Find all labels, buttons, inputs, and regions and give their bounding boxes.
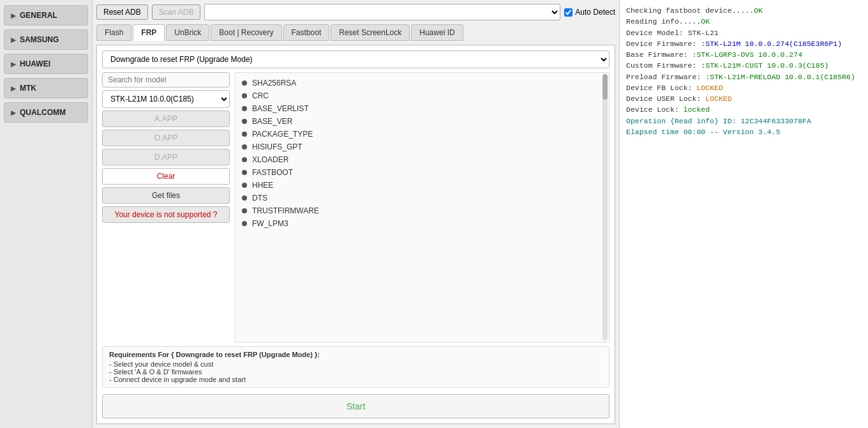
bullet-icon [242,157,247,162]
list-item: CRC [242,89,602,102]
get-files-button[interactable]: Get files [102,187,230,204]
mode-dropdown[interactable]: Downgrade to reset FRP (Upgrade Mode)Oth… [102,50,610,68]
checklist-list: SHA256RSACRCBASE_VERLISTBASE_VERPACKAGE_… [242,77,602,230]
log-text: Checking fastboot device..... [626,6,754,15]
left-panel: STK-L21M 10.0.0(C185) A.APP O.APP D.APP … [102,72,230,342]
tab-flash[interactable]: Flash [96,24,131,41]
list-item: BASE_VER [242,115,602,128]
scrollbar-track[interactable] [602,74,608,340]
tab-reset-screenlock[interactable]: Reset ScreenLock [331,24,410,41]
tab-unbrick[interactable]: UnBrick [166,24,209,41]
bullet-icon [242,221,247,226]
scrollbar-thumb [602,74,608,100]
log-text: OK [701,17,710,26]
log-entry: Device Firmware: :STK-L21M 10.0.0.274(C1… [626,38,862,49]
log-entry: Device USER Lock: LOCKED [626,93,862,104]
log-text: Base Firmware: : [626,50,696,59]
bullet-icon [242,208,247,213]
list-item: XLOADER [242,153,602,166]
requirements-text: Requirements For { Downgrade to reset FR… [109,351,602,383]
checklist-panel: SHA256RSACRCBASE_VERLISTBASE_VERPACKAGE_… [235,72,610,342]
bullet-icon [242,183,247,188]
log-text: STK-L21M-CUST 10.0.0.3(C185) [705,61,828,70]
d-app-button[interactable]: D.APP [102,149,230,165]
log-text: LOCKED [696,84,722,92]
requirements-title: Requirements For { Downgrade to reset FR… [109,351,602,358]
tab-bar: Flash FRP UnBrick Boot | Recovery Fastbo… [96,24,615,41]
log-entry: Device FB Lock: LOCKED [626,82,862,93]
bullet-icon [242,132,247,137]
list-item: HHEE [242,179,602,192]
log-text: Custom Firmware: : [626,61,705,70]
list-item: PACKAGE_TYPE [242,128,602,141]
not-supported-button[interactable]: Your device is not supported ? [102,206,230,223]
frp-grid: STK-L21M 10.0.0(C185) A.APP O.APP D.APP … [102,72,610,342]
bullet-icon [242,93,247,98]
log-text: Device Firmware: : [626,40,705,48]
start-button[interactable]: Start [102,394,610,418]
list-item: FASTBOOT [242,166,602,179]
sidebar-label-general: GENERAL [20,11,57,20]
sidebar-item-mtk[interactable]: ▶ MTK [4,78,88,98]
log-entry: Elapsed time 00:00 -- Version 3.4.5 [626,126,862,137]
requirements-line: - Select 'A & O & D' firmwares [109,368,602,376]
arrow-icon-huawei: ▶ [11,61,16,68]
sidebar-label-samsung: SAMSUNG [20,35,59,44]
log-text: Device USER Lock: [626,95,705,103]
sidebar-item-samsung[interactable]: ▶ SAMSUNG [4,29,88,50]
sidebar-item-general[interactable]: ▶ GENERAL [4,5,88,26]
scan-adb-button[interactable]: Scan ADB [152,4,201,20]
log-text: Device Model: [626,29,688,37]
bullet-icon [242,80,247,86]
log-text: STK-L21 [688,29,719,37]
log-text: Device FB Lock: [626,84,696,92]
arrow-icon-qualcomm: ▶ [11,109,16,116]
list-item: BASE_VERLIST [242,102,602,115]
log-entry: Device Lock: locked [626,104,862,115]
log-panel: Checking fastboot device.....OKReading i… [619,0,868,428]
log-entry: Base Firmware: :STK-LGRP3-OVS 10.0.0.274 [626,49,862,60]
bullet-icon [242,170,247,175]
tab-boot-recovery[interactable]: Boot | Recovery [211,24,281,41]
arrow-icon-mtk: ▶ [11,85,16,92]
log-entry: Reading info.....OK [626,16,862,27]
bullet-icon [242,195,247,201]
tab-frp[interactable]: FRP [133,24,165,41]
auto-detect-checkbox[interactable] [564,8,572,17]
requirements-line: - Select your device model & cust [109,360,602,368]
content-panel: Downgrade to reset FRP (Upgrade Mode)Oth… [96,45,615,424]
requirements-box: Requirements For { Downgrade to reset FR… [102,346,610,388]
port-select[interactable] [204,4,560,20]
list-item: TRUSTFIRMWARE [242,204,602,217]
log-text: Reading info..... [626,17,701,26]
bullet-icon [242,106,247,111]
auto-detect-row: Auto Detect [564,8,615,17]
log-text: OK [754,6,763,15]
log-entry: Custom Firmware: :STK-L21M-CUST 10.0.0.3… [626,60,862,71]
main-area: Reset ADB Scan ADB Auto Detect Flash FRP… [93,0,619,428]
tab-fastboot[interactable]: Fastboot [283,24,330,41]
search-input[interactable] [102,72,230,88]
sidebar-item-huawei[interactable]: ▶ HUAWEI [4,54,88,74]
a-app-button[interactable]: A.APP [102,111,230,127]
list-item: FW_LPM3 [242,217,602,230]
log-text: LOCKED [705,95,731,103]
log-text: Preload Firmware: : [626,73,710,81]
log-text: Elapsed time 00:00 -- Version 3.4.5 [626,128,781,136]
log-text: STK-L21M 10.0.0.274(C185E3R6P1) [705,40,842,48]
log-text: Device Lock: [626,105,684,114]
top-bar: Reset ADB Scan ADB Auto Detect [96,4,615,20]
list-item: HISIUFS_GPT [242,141,602,153]
clear-button[interactable]: Clear [102,168,230,185]
log-text: Operation {Read info} ID: 12C344F6333078… [626,117,811,125]
model-dropdown[interactable]: STK-L21M 10.0.0(C185) [102,90,230,108]
list-item: SHA256RSA [242,77,602,89]
o-app-button[interactable]: O.APP [102,130,230,146]
sidebar-label-huawei: HUAWEI [20,59,50,68]
sidebar: ▶ GENERAL ▶ SAMSUNG ▶ HUAWEI ▶ MTK ▶ QUA… [0,0,93,428]
sidebar-item-qualcomm[interactable]: ▶ QUALCOMM [4,102,88,123]
auto-detect-label: Auto Detect [575,8,615,17]
tab-huawei-id[interactable]: Huawei ID [411,24,463,41]
reset-adb-button[interactable]: Reset ADB [96,4,148,20]
log-entry: Device Model: STK-L21 [626,27,862,38]
